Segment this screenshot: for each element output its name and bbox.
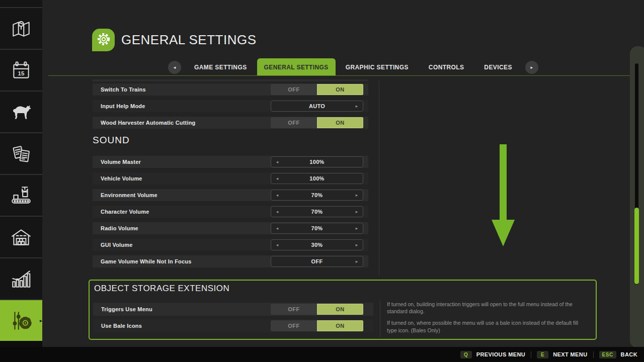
animals-icon xyxy=(10,101,33,124)
stepper-left-arrow-icon[interactable]: ◂ xyxy=(275,176,280,181)
stepper-input-help-mode[interactable]: ◂AUTO▸ xyxy=(271,101,363,112)
tab-devices[interactable]: DEVICES xyxy=(474,58,522,76)
stepper-left-arrow-icon[interactable]: ◂ xyxy=(275,242,280,247)
svg-text:15: 15 xyxy=(18,70,25,76)
ose-setting-row: Triggers Use MenuOFFON xyxy=(93,303,373,316)
shortcut-label: NEXT MENU xyxy=(553,351,587,357)
stepper-character-volume[interactable]: ◂70%▸ xyxy=(271,206,363,217)
stepper-value: 70% xyxy=(271,225,363,231)
shortcut-e[interactable]: ENEXT MENU xyxy=(537,351,587,358)
general-rows: Switch To TrainsOFFONInput Help Mode◂AUT… xyxy=(93,83,368,129)
ose-description-2: If turned on, where possible the menu wi… xyxy=(387,319,589,333)
sidebar-item-calendar[interactable]: 15 xyxy=(0,49,42,90)
sound-setting-row: Character Volume◂70%▸ xyxy=(93,206,368,218)
tab-general-settings[interactable]: GENERAL SETTINGS xyxy=(257,58,336,76)
shortcut-q[interactable]: QPREVIOUS MENU xyxy=(460,351,526,358)
stepper-left-arrow-icon[interactable]: ◂ xyxy=(275,193,280,198)
setting-label: Vehicle Volume xyxy=(93,175,142,182)
stepper-environment-volume[interactable]: ◂70%▸ xyxy=(271,190,363,201)
scroll-down-arrow-icon xyxy=(492,144,515,247)
toggle-triggers-use-menu[interactable]: OFFON xyxy=(271,304,363,315)
sound-setting-row: Radio Volume◂70%▸ xyxy=(93,222,368,234)
stepper-right-arrow-icon[interactable]: ▸ xyxy=(354,259,359,264)
tabs-prev-button[interactable]: ◂ xyxy=(168,61,181,74)
ose-divider xyxy=(380,301,380,337)
footer-bar: QPREVIOUS MENUENEXT MENUESCBACK xyxy=(0,347,644,362)
toggle-on-option[interactable]: ON xyxy=(317,117,363,128)
tab-controls[interactable]: CONTROLS xyxy=(419,58,474,76)
stepper-right-arrow-icon[interactable]: ▸ xyxy=(354,104,359,109)
tab-game-settings[interactable]: GAME SETTINGS xyxy=(184,58,257,76)
stepper-vehicle-volume[interactable]: ◂100%▸ xyxy=(271,173,363,184)
settings-list: Switch To TrainsOFFONInput Help Mode◂AUT… xyxy=(93,79,368,272)
sidebar-item-storage[interactable] xyxy=(0,216,42,257)
setting-label: Use Bale Icons xyxy=(93,323,142,329)
toggle-use-bale-icons[interactable]: OFFON xyxy=(271,320,363,331)
stepper-value: AUTO xyxy=(271,103,363,109)
sound-setting-row: GUI Volume◂30%▸ xyxy=(93,239,368,251)
calendar-icon: 15 xyxy=(10,59,33,82)
sound-setting-row: Volume Master◂100%▸ xyxy=(93,156,368,168)
general-setting-row: Switch To TrainsOFFON xyxy=(93,83,368,96)
setting-label: Switch To Trains xyxy=(93,86,146,93)
sidebar-item-settings[interactable]: ▸ xyxy=(0,299,42,341)
tabs-next-button[interactable]: ▸ xyxy=(525,61,538,74)
sound-setting-row: Game Volume While Not In Focus◂OFF▸ xyxy=(93,255,368,267)
stepper-value: OFF xyxy=(271,258,363,264)
sidebar-item-production[interactable] xyxy=(0,174,42,216)
page-title: GENERAL SETTINGS xyxy=(121,32,257,48)
sound-setting-row: Environment Volume◂70%▸ xyxy=(93,189,368,201)
sidebar-item-animals[interactable] xyxy=(0,90,42,132)
stepper-game-volume-while-not-in-focus[interactable]: ◂OFF▸ xyxy=(271,256,363,267)
toggle-off-option[interactable]: OFF xyxy=(271,84,317,95)
sidebar-item-map[interactable] xyxy=(0,7,42,49)
stepper-value: 100% xyxy=(271,175,363,182)
storage-icon xyxy=(10,226,33,249)
toggle-wood-harvester-automatic-cutting[interactable]: OFFON xyxy=(271,117,363,128)
stepper-left-arrow-icon[interactable]: ◂ xyxy=(275,209,280,214)
ose-rows: Triggers Use MenuOFFONUse Bale IconsOFFO… xyxy=(93,303,373,336)
stepper-volume-master[interactable]: ◂100%▸ xyxy=(271,156,363,167)
shortcut-esc[interactable]: ESCBACK xyxy=(599,351,637,358)
tab-graphic-settings[interactable]: GRAPHIC SETTINGS xyxy=(336,58,419,76)
stepper-left-arrow-icon[interactable]: ◂ xyxy=(275,226,280,231)
scrollbar-thumb[interactable] xyxy=(634,208,639,284)
tab-bar: ◂ GAME SETTINGSGENERAL SETTINGSGRAPHIC S… xyxy=(165,58,541,76)
stepper-value: 100% xyxy=(271,159,363,165)
tab-underline xyxy=(48,75,632,76)
sound-section-heading: SOUND xyxy=(93,135,368,146)
key-badge-q: Q xyxy=(460,351,472,358)
stepper-right-arrow-icon[interactable]: ▸ xyxy=(354,242,359,247)
stepper-radio-volume[interactable]: ◂70%▸ xyxy=(271,223,363,234)
statistics-icon xyxy=(10,267,33,291)
contracts-icon xyxy=(10,142,33,165)
setting-label: GUI Volume xyxy=(93,242,133,248)
stepper-gui-volume[interactable]: ◂30%▸ xyxy=(271,239,363,250)
stepper-right-arrow-icon[interactable]: ▸ xyxy=(354,193,359,198)
setting-label: Radio Volume xyxy=(93,225,138,231)
setting-label: Game Volume While Not In Focus xyxy=(93,258,192,264)
toggle-on-option[interactable]: ON xyxy=(317,320,363,331)
ose-section-heading: OBJECT STORAGE EXTENSION xyxy=(94,284,229,294)
settings-icon xyxy=(10,309,33,332)
toggle-switch-to-trains[interactable]: OFFON xyxy=(271,84,363,95)
tabs-host: GAME SETTINGSGENERAL SETTINGSGRAPHIC SET… xyxy=(184,58,522,76)
stepper-left-arrow-icon[interactable]: ◂ xyxy=(275,159,280,164)
stepper-value: 70% xyxy=(271,192,363,198)
setting-label: Character Volume xyxy=(93,209,149,215)
stepper-right-arrow-icon[interactable]: ▸ xyxy=(354,209,359,214)
setting-label: Environment Volume xyxy=(93,192,157,198)
toggle-off-option[interactable]: OFF xyxy=(271,117,317,128)
stepper-right-arrow-icon[interactable]: ▸ xyxy=(354,226,359,231)
sound-rows: Volume Master◂100%▸Vehicle Volume◂100%▸E… xyxy=(93,156,368,267)
sidebar-item-contracts[interactable] xyxy=(0,132,42,174)
setting-label: Wood Harvester Automatic Cutting xyxy=(93,120,196,126)
object-storage-extension-panel: OBJECT STORAGE EXTENSION Triggers Use Me… xyxy=(89,280,597,340)
list-right-divider xyxy=(379,79,379,276)
toggle-off-option[interactable]: OFF xyxy=(271,304,317,315)
sidebar-item-statistics[interactable] xyxy=(0,257,42,299)
toggle-off-option[interactable]: OFF xyxy=(271,320,317,331)
sound-setting-row: Vehicle Volume◂100%▸ xyxy=(93,172,368,185)
toggle-on-option[interactable]: ON xyxy=(317,304,363,315)
toggle-on-option[interactable]: ON xyxy=(317,84,363,95)
